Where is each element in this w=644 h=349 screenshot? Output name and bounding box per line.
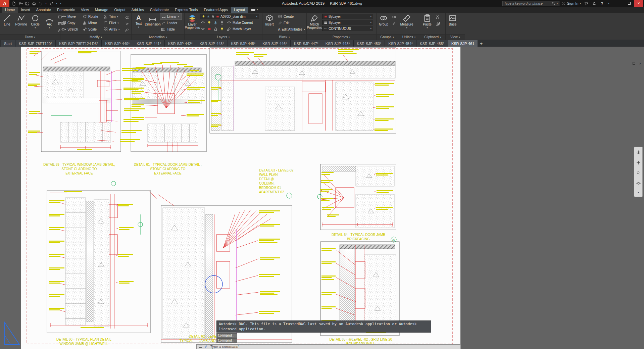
- block-panel-label[interactable]: Block▾: [262, 34, 306, 40]
- zoom-icon[interactable]: [636, 171, 641, 175]
- text-button[interactable]: AText▾: [132, 13, 146, 34]
- new-file-button[interactable]: [11, 0, 17, 6]
- layer-tool-icon[interactable]: [200, 26, 206, 32]
- minimize-button[interactable]: –: [615, 0, 625, 7]
- pan-icon[interactable]: [636, 160, 641, 165]
- ribbon-tab-express-tools[interactable]: Express Tools: [172, 7, 201, 13]
- fillet-button[interactable]: Fillet▾: [102, 20, 123, 26]
- paste-button[interactable]: Paste▾: [420, 13, 434, 34]
- command-customize-icon[interactable]: [199, 346, 202, 348]
- stay-connected-button[interactable]: [591, 0, 597, 6]
- circle-button[interactable]: Circle▾: [28, 13, 42, 34]
- explode-button[interactable]: [124, 21, 130, 27]
- redo-button[interactable]: [48, 0, 54, 6]
- plot-button[interactable]: [31, 0, 37, 6]
- save-button[interactable]: [24, 0, 30, 6]
- file-tab[interactable]: KSR-SJP-442*: [165, 40, 196, 47]
- layer-tool-icon[interactable]: [206, 20, 212, 26]
- ribbon-tab-parametric[interactable]: Parametric: [54, 7, 78, 13]
- command-line[interactable]: Type a command: [196, 344, 461, 349]
- modify-panel-label[interactable]: Modify▾: [60, 34, 131, 40]
- layer-tool-icon[interactable]: [219, 26, 225, 32]
- cad-canvas[interactable]: 20: [0, 47, 644, 349]
- layer-tool-icon[interactable]: [213, 20, 218, 26]
- match-properties-button[interactable]: Match Properties: [307, 13, 322, 34]
- dimension-button[interactable]: Dimension: [146, 13, 160, 34]
- redo-dropdown[interactable]: ▾: [55, 0, 58, 6]
- close-button[interactable]: ×: [634, 0, 643, 7]
- mirror-button[interactable]: Mirror: [81, 20, 102, 26]
- sign-in-button[interactable]: Sign In ▾: [561, 1, 581, 5]
- undo-dropdown[interactable]: ▾: [44, 0, 48, 6]
- ribbon-tab-view[interactable]: View: [78, 7, 92, 13]
- file-tab[interactable]: KSR-SJP-78ET120*: [15, 40, 56, 47]
- file-tab[interactable]: KSR-SJP-441*: [133, 40, 165, 47]
- open-file-button[interactable]: [17, 0, 23, 6]
- layer-properties-button[interactable]: Layer Properties: [185, 13, 200, 34]
- ribbon-tab-output[interactable]: Output: [111, 7, 129, 13]
- help-search-field[interactable]: Type a keyword or phrase ▾: [502, 1, 559, 6]
- object-color-dropdown[interactable]: ByLayer ▾: [322, 14, 373, 19]
- ungroup-button[interactable]: [391, 14, 397, 20]
- file-tab[interactable]: KSR-SJP-447*: [291, 40, 322, 47]
- arc-button[interactable]: Arc▾: [42, 13, 56, 34]
- line-button[interactable]: Line: [0, 13, 14, 34]
- undo-button[interactable]: [38, 0, 44, 6]
- qat-customize-dropdown[interactable]: ▾: [59, 0, 62, 6]
- rotate-button[interactable]: Rotate: [81, 13, 102, 20]
- help-button[interactable]: ?: [599, 0, 605, 6]
- command-prompt[interactable]: Type a command: [210, 345, 238, 349]
- layer-tool-icon[interactable]: [219, 20, 225, 26]
- annotation-panel-label[interactable]: Annotation▾: [132, 34, 184, 40]
- draw-panel-label[interactable]: Draw▾: [0, 34, 60, 40]
- file-tab-active[interactable]: KSR-SJP-461: [448, 40, 478, 47]
- file-tab[interactable]: KSR-SJP-455*: [416, 40, 448, 47]
- layer-tool-icon[interactable]: [213, 26, 218, 32]
- doc-minimize-button[interactable]: –: [626, 61, 628, 65]
- edit-attributes-button[interactable]: AEdit Attributes▾: [277, 26, 305, 33]
- move-button[interactable]: Move: [60, 13, 81, 20]
- layer-dropdown[interactable]: A070D_plan-dim ▾: [200, 14, 259, 19]
- view-panel-label[interactable]: View▾: [446, 34, 465, 40]
- file-tab[interactable]: KSR-SJP-443*: [196, 40, 228, 47]
- layer-tool-icon[interactable]: [200, 20, 206, 26]
- doc-close-button[interactable]: ×: [639, 61, 641, 65]
- file-tab[interactable]: KSR-SJP-78ET124 D3*: [56, 40, 102, 47]
- new-drawing-tab-button[interactable]: +: [478, 40, 485, 47]
- navbar-more-caret[interactable]: ▾: [638, 192, 639, 194]
- cut-button[interactable]: [435, 14, 441, 20]
- group-button[interactable]: Group: [377, 13, 391, 34]
- copy-clip-button[interactable]: [435, 21, 441, 27]
- scale-button[interactable]: Scale: [81, 26, 102, 33]
- doc-restore-button[interactable]: [633, 62, 635, 65]
- app-logo-button[interactable]: A: [0, 0, 9, 7]
- make-current-button[interactable]: Make Current: [226, 19, 254, 26]
- edit-block-button[interactable]: Edit: [277, 20, 305, 26]
- properties-panel-label[interactable]: Properties▾: [307, 34, 376, 40]
- ribbon-tab-featured-apps[interactable]: Featured Apps: [201, 7, 231, 13]
- search-dropdown-caret[interactable]: ▾: [557, 2, 558, 4]
- insert-block-button[interactable]: Insert: [262, 13, 277, 34]
- groups-panel-label[interactable]: Groups▾: [377, 34, 398, 40]
- stretch-button[interactable]: Stretch: [60, 26, 81, 33]
- lineweight-dropdown[interactable]: ByLayer ▾: [322, 20, 373, 25]
- orbit-icon[interactable]: [636, 181, 641, 186]
- array-button[interactable]: Array▾: [102, 26, 123, 33]
- erase-button[interactable]: [124, 14, 130, 20]
- measure-button[interactable]: Measure▾: [398, 13, 415, 34]
- ribbon-tab-addins[interactable]: Add-ins: [129, 7, 147, 13]
- clipboard-panel-label[interactable]: Clipboard▾: [420, 34, 445, 40]
- layer-tool-icon[interactable]: [206, 26, 212, 32]
- utilities-panel-label[interactable]: Utilities▾: [398, 34, 420, 40]
- linetype-dropdown[interactable]: CONTINUOUS ▾: [322, 26, 373, 31]
- ribbon-display-toggle[interactable]: ▾: [248, 7, 261, 13]
- navigation-wheel-icon[interactable]: [636, 150, 641, 154]
- file-tab[interactable]: KSR-SJP-445*: [228, 40, 259, 47]
- file-tab[interactable]: KSR-SJP-446*: [259, 40, 291, 47]
- polyline-button[interactable]: Polyline: [14, 13, 28, 34]
- trim-button[interactable]: Trim▾: [102, 13, 123, 20]
- create-block-button[interactable]: Create: [277, 13, 305, 20]
- group-edit-button[interactable]: [391, 21, 397, 27]
- ribbon-tab-annotate[interactable]: Annotate: [33, 7, 54, 13]
- ribbon-tab-manage[interactable]: Manage: [92, 7, 111, 13]
